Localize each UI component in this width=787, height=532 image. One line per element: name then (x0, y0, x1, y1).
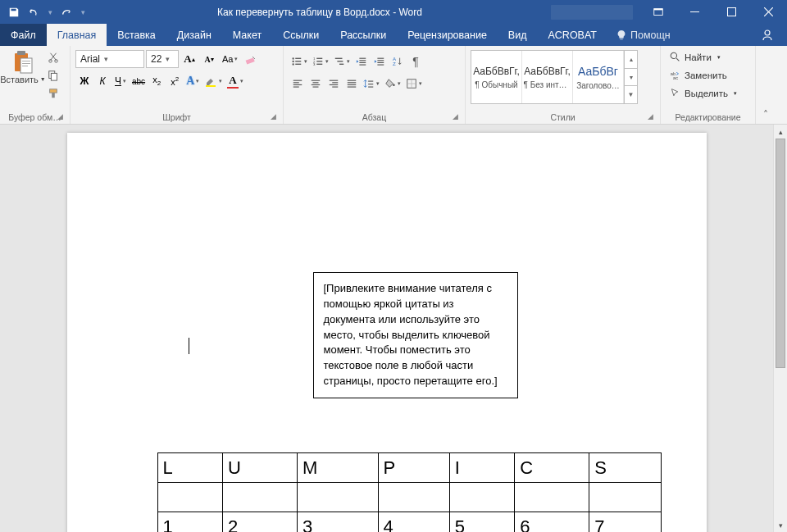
svg-rect-59 (348, 87, 357, 88)
svg-rect-9 (22, 63, 30, 64)
svg-rect-31 (335, 58, 343, 59)
subscript-button[interactable]: x2 (148, 72, 166, 90)
save-button[interactable] (5, 3, 23, 21)
tab-review[interactable]: Рецензирование (397, 24, 498, 46)
redo-button[interactable] (57, 3, 75, 21)
format-painter-button[interactable] (44, 84, 62, 102)
tab-file[interactable]: Файл (0, 24, 47, 46)
svg-rect-55 (332, 87, 338, 88)
underline-button[interactable]: Ч▾ (111, 72, 130, 90)
decrease-indent-button[interactable] (353, 52, 371, 70)
vertical-scrollbar[interactable]: ▴ ▾ (773, 125, 787, 532)
chevron-down-icon[interactable]: ▾ (100, 55, 111, 63)
share-icon[interactable] (753, 24, 782, 46)
show-marks-button[interactable]: ¶ (407, 52, 425, 70)
tab-design[interactable]: Дизайн (166, 24, 222, 46)
tab-home[interactable]: Главная (47, 24, 107, 46)
style-normal[interactable]: АаБбВвГг, ¶ Обычный (471, 51, 522, 103)
select-button[interactable]: Выделить▾ (664, 84, 743, 102)
group-paragraph: ▾ 123▾ ▾ AZ ¶ ▾ ▾ ▾ Абзац◢ (284, 46, 466, 124)
shrink-font-button[interactable]: A▾ (200, 50, 218, 68)
increase-indent-button[interactable] (371, 52, 389, 70)
cut-button[interactable] (44, 48, 62, 66)
align-right-button[interactable] (325, 75, 343, 93)
svg-rect-46 (293, 84, 303, 85)
shading-button[interactable]: ▾ (382, 75, 403, 93)
styles-launcher[interactable]: ◢ (645, 111, 655, 121)
italic-button[interactable]: К (93, 72, 111, 90)
grow-font-button[interactable]: A▴ (180, 50, 198, 68)
multilevel-button[interactable]: ▾ (331, 52, 353, 70)
svg-rect-48 (312, 80, 321, 81)
svg-rect-45 (293, 82, 299, 83)
svg-rect-1 (653, 8, 662, 10)
svg-rect-51 (313, 87, 319, 88)
undo-button[interactable] (25, 3, 43, 21)
svg-rect-14 (51, 73, 57, 80)
tab-acrobat[interactable]: ACROBAT (537, 24, 607, 46)
scroll-thumb[interactable] (776, 139, 785, 368)
table-row[interactable] (157, 483, 661, 512)
superscript-button[interactable]: x2 (166, 72, 184, 90)
tab-view[interactable]: Вид (498, 24, 538, 46)
font-color-button[interactable]: A▾ (225, 72, 245, 90)
qat-customize-icon[interactable]: ▾ (77, 8, 89, 16)
gallery-more-button[interactable]: ▼ (625, 86, 637, 103)
document-canvas[interactable]: [Привлеките внимание читателя с помощью … (0, 125, 773, 532)
document-table[interactable]: LUMPICS 1234567 (157, 452, 662, 532)
minimize-button[interactable] (676, 0, 713, 24)
find-button[interactable]: Найти▾ (664, 48, 743, 66)
align-left-button[interactable] (289, 75, 307, 93)
change-case-button[interactable]: Aa▾ (220, 50, 240, 68)
scroll-down-button[interactable]: ▾ (774, 518, 787, 532)
svg-rect-40 (377, 62, 384, 63)
title-bar: ▾ ▾ Как перевернуть таблицу в Ворд.docx … (0, 0, 787, 24)
font-launcher[interactable]: ◢ (268, 111, 278, 121)
tell-me-search[interactable]: Помощн (607, 24, 679, 46)
text-box-callout[interactable]: [Привлеките внимание читателя с помощью … (313, 272, 518, 398)
collapse-ribbon-button[interactable]: ˄ (756, 46, 776, 124)
font-size-combo[interactable]: 22▾ (146, 50, 179, 68)
page[interactable]: [Привлеките внимание читателя с помощью … (67, 133, 707, 532)
clipboard-launcher[interactable]: ◢ (55, 111, 65, 121)
justify-button[interactable] (343, 75, 361, 93)
search-icon (670, 52, 680, 62)
line-spacing-button[interactable]: ▾ (361, 75, 382, 93)
replace-button[interactable]: abac Заменить (664, 66, 743, 84)
gallery-down-button[interactable]: ▾ (625, 69, 637, 87)
text-effects-button[interactable]: A▾ (184, 72, 202, 90)
qat-dropdown-icon[interactable]: ▾ (44, 8, 56, 16)
tab-layout[interactable]: Макет (222, 24, 272, 46)
svg-point-4 (765, 30, 770, 35)
bold-button[interactable]: Ж (75, 72, 93, 90)
close-button[interactable] (750, 0, 787, 24)
tab-mailings[interactable]: Рассылки (330, 24, 397, 46)
chevron-down-icon[interactable]: ▾ (161, 55, 173, 63)
clear-formatting-button[interactable] (242, 50, 260, 68)
account-area[interactable] (551, 5, 633, 20)
svg-rect-44 (293, 80, 303, 81)
ribbon-options-button[interactable] (639, 0, 676, 24)
style-heading1[interactable]: АаБбВг Заголово… (573, 51, 624, 103)
copy-button[interactable] (44, 66, 62, 84)
tab-references[interactable]: Ссылки (272, 24, 330, 46)
paragraph-launcher[interactable]: ◢ (450, 111, 460, 121)
align-center-button[interactable] (307, 75, 325, 93)
table-row[interactable]: LUMPICS (157, 453, 661, 483)
table-row[interactable]: 1234567 (157, 512, 661, 533)
tab-insert[interactable]: Вставка (107, 24, 166, 46)
borders-button[interactable]: ▾ (403, 75, 425, 93)
highlight-button[interactable]: ▾ (202, 72, 225, 90)
numbering-button[interactable]: 123▾ (310, 52, 331, 70)
gallery-up-button[interactable]: ▴ (625, 51, 637, 69)
scroll-up-button[interactable]: ▴ (774, 125, 787, 139)
style-no-spacing[interactable]: АаБбВвГг, ¶ Без инте… (522, 51, 573, 103)
font-name-combo[interactable]: Arial▾ (75, 50, 144, 68)
sort-button[interactable]: AZ (389, 52, 407, 70)
svg-rect-30 (316, 64, 322, 65)
strikethrough-button[interactable]: abc (130, 72, 148, 90)
group-styles: АаБбВвГг, ¶ Обычный АаБбВвГг, ¶ Без инте… (466, 46, 661, 124)
maximize-button[interactable] (713, 0, 750, 24)
bullets-button[interactable]: ▾ (289, 52, 310, 70)
paste-button[interactable]: Вставить▼ (3, 48, 43, 86)
